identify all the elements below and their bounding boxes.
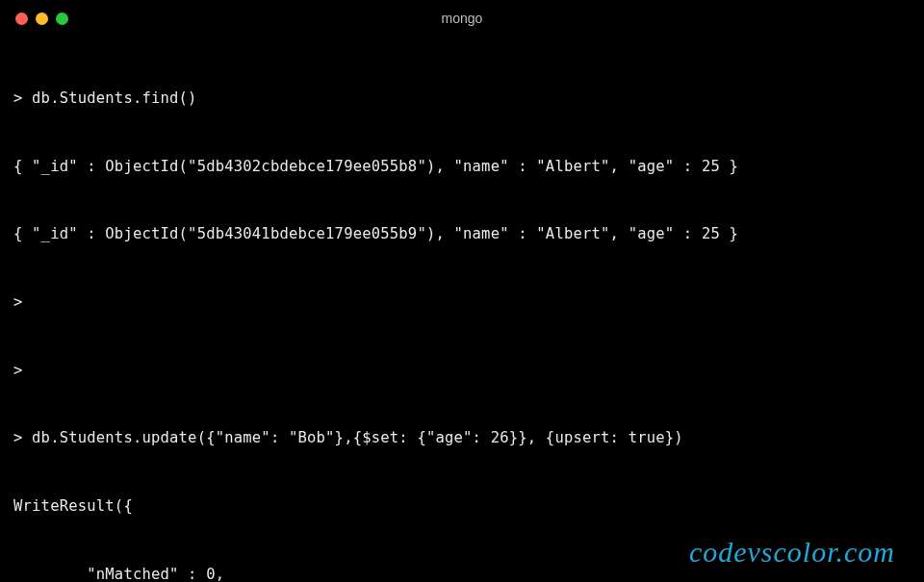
terminal-line: { "_id" : ObjectId("5db4302cbdebce179ee0… [13,156,911,179]
terminal-line: WriteResult({ [13,495,911,519]
terminal-line: > [13,360,911,383]
minimize-icon[interactable] [36,13,48,25]
terminal-line: > db.Students.update({"name": "Bob"},{$s… [13,427,911,450]
watermark-text: codevscolor.com [689,536,895,569]
terminal-line: > db.Students.find() [13,88,911,111]
terminal-line: { "_id" : ObjectId("5db43041bdebce179ee0… [13,223,911,246]
terminal-line: > [13,291,911,315]
titlebar: mongo [0,0,924,37]
close-icon[interactable] [15,13,28,25]
terminal-body[interactable]: > db.Students.find() { "_id" : ObjectId(… [0,37,924,582]
window-title: mongo [442,11,483,26]
maximize-icon[interactable] [56,13,68,25]
traffic-lights [15,13,68,25]
